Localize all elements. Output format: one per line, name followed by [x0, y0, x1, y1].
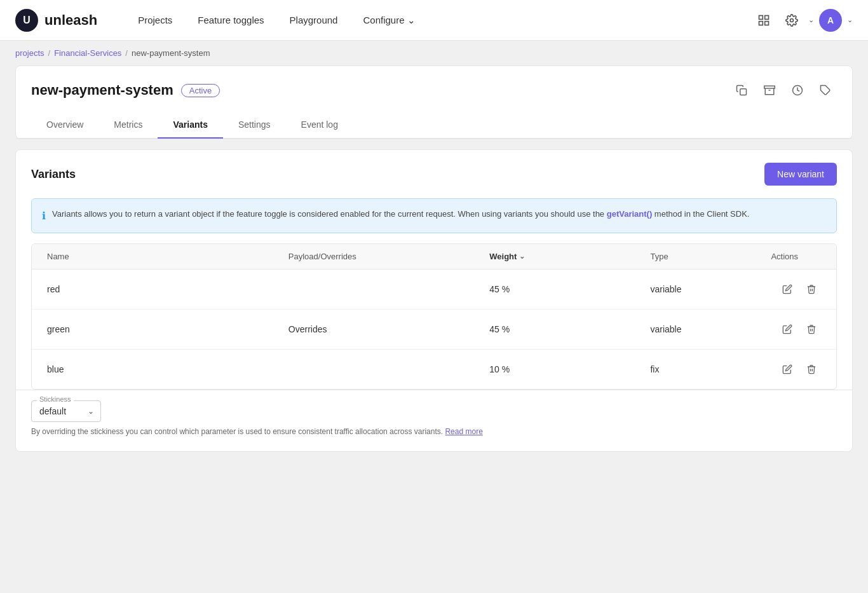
variants-card: Variants New variant ℹ Variants allows y…: [15, 149, 853, 452]
info-box: ℹ Variants allows you to return a varian…: [31, 198, 837, 233]
info-text: Variants allows you to return a variant …: [52, 208, 749, 224]
history-button[interactable]: [786, 79, 809, 102]
col-header-name: Name: [32, 244, 273, 269]
get-variant-link[interactable]: getVariant(): [607, 209, 653, 219]
row-blue-name: blue: [32, 350, 273, 390]
breadcrumb-projects[interactable]: projects: [15, 48, 44, 58]
archive-button[interactable]: [758, 79, 781, 102]
stickiness-wrapper: Stickiness default userId sessionId rand…: [31, 400, 101, 422]
brand-name: unleash: [44, 12, 97, 29]
svg-rect-2: [759, 21, 763, 25]
svg-rect-3: [765, 21, 769, 25]
brand-logo: U: [15, 9, 38, 32]
delete-green-button[interactable]: [802, 320, 821, 339]
navbar: U unleash Projects Feature toggles Playg…: [0, 0, 868, 41]
stickiness-field: Stickiness default userId sessionId rand…: [31, 400, 101, 422]
read-more-link[interactable]: Read more: [445, 427, 482, 436]
tag-button[interactable]: [814, 79, 837, 102]
delete-red-button[interactable]: [802, 280, 821, 299]
row-green-weight: 45 %: [474, 310, 635, 350]
feature-header: new-payment-system Active: [16, 66, 852, 102]
stickiness-section: Stickiness default userId sessionId rand…: [16, 390, 852, 451]
docs-icon: [757, 14, 770, 27]
avatar-chevron: ⌄: [847, 16, 853, 24]
user-avatar[interactable]: A: [819, 9, 842, 32]
table-row: green Overrides 45 % variable: [32, 310, 836, 350]
nav-link-configure[interactable]: Configure ⌄: [353, 10, 425, 31]
chevron-down-icon: ⌄: [407, 15, 416, 26]
edit-green-button[interactable]: [778, 320, 797, 339]
nav-links: Projects Feature toggles Playground Conf…: [128, 10, 732, 31]
settings-chevron: ⌄: [808, 16, 814, 24]
gear-icon: [785, 14, 798, 27]
edit-icon: [782, 364, 792, 374]
tab-settings[interactable]: Settings: [223, 112, 286, 139]
tab-overview[interactable]: Overview: [31, 112, 98, 139]
edit-red-button[interactable]: [778, 280, 797, 299]
row-blue-weight: 10 %: [474, 350, 635, 390]
table-header-row: Name Payload/Overrides Weight ⌄ Type Act…: [32, 244, 836, 269]
row-green-actions: [756, 310, 836, 350]
svg-rect-0: [759, 15, 763, 19]
row-green-payload: Overrides: [273, 310, 475, 350]
tag-icon: [820, 85, 831, 96]
feature-title-row: new-payment-system Active: [31, 82, 220, 99]
variants-header: Variants New variant: [16, 150, 852, 198]
edit-blue-button[interactable]: [778, 360, 797, 379]
status-badge: Active: [181, 84, 220, 97]
feature-card: new-payment-system Active Overvie: [15, 65, 853, 139]
row-blue-type: fix: [635, 350, 756, 390]
tab-metrics[interactable]: Metrics: [98, 112, 158, 139]
archive-icon: [764, 85, 775, 96]
main-content: new-payment-system Active Overvie: [0, 65, 868, 467]
table-body: red 45 % variable: [32, 269, 836, 390]
settings-button[interactable]: [780, 9, 803, 32]
svg-rect-5: [740, 89, 747, 95]
copy-icon: [736, 85, 747, 96]
stickiness-select[interactable]: default userId sessionId random: [32, 401, 100, 421]
tab-variants[interactable]: Variants: [158, 112, 222, 139]
row-green-type: variable: [635, 310, 756, 350]
tab-event-log[interactable]: Event log: [286, 112, 353, 139]
row-red-weight: 45 %: [474, 269, 635, 310]
variants-table: Name Payload/Overrides Weight ⌄ Type Act…: [32, 244, 836, 389]
nav-link-feature-toggles[interactable]: Feature toggles: [187, 10, 274, 31]
clock-icon: [792, 85, 803, 96]
table-outer: Name Payload/Overrides Weight ⌄ Type Act…: [31, 243, 837, 390]
row-blue-actions: [756, 350, 836, 390]
stickiness-label: Stickiness: [37, 395, 74, 403]
col-header-type: Type: [635, 244, 756, 269]
row-green-name: green: [32, 310, 273, 350]
col-header-weight[interactable]: Weight ⌄: [474, 244, 635, 269]
brand-logo-link[interactable]: U unleash: [15, 9, 97, 32]
row-red-name: red: [32, 269, 273, 310]
sort-icon: ⌄: [519, 252, 525, 261]
row-red-payload: [273, 269, 475, 310]
table-container: Name Payload/Overrides Weight ⌄ Type Act…: [16, 243, 852, 390]
docs-button[interactable]: [752, 9, 775, 32]
edit-icon: [782, 324, 792, 334]
breadcrumb-current: new-payment-system: [132, 48, 210, 58]
nav-link-playground[interactable]: Playground: [280, 10, 348, 31]
breadcrumb-sep-2: /: [125, 48, 128, 58]
trash-icon: [806, 364, 817, 374]
delete-blue-button[interactable]: [802, 360, 821, 379]
breadcrumb-financial-services[interactable]: Financial-Services: [54, 48, 121, 58]
row-red-actions: [756, 269, 836, 310]
svg-rect-1: [765, 15, 769, 19]
navbar-actions: ⌄ A ⌄: [752, 9, 853, 32]
nav-link-projects[interactable]: Projects: [128, 10, 182, 31]
table-row: red 45 % variable: [32, 269, 836, 310]
edit-icon: [782, 284, 792, 294]
row-red-type: variable: [635, 269, 756, 310]
copy-button[interactable]: [730, 79, 753, 102]
feature-title: new-payment-system: [31, 82, 173, 99]
col-header-payload: Payload/Overrides: [273, 244, 475, 269]
breadcrumb-sep-1: /: [48, 48, 51, 58]
table-row: blue 10 % fix: [32, 350, 836, 390]
new-variant-button[interactable]: New variant: [764, 163, 837, 186]
svg-point-4: [790, 18, 794, 22]
feature-icons: [730, 79, 837, 102]
stickiness-help: By overriding the stickiness you can con…: [31, 427, 837, 436]
row-blue-payload: [273, 350, 475, 390]
